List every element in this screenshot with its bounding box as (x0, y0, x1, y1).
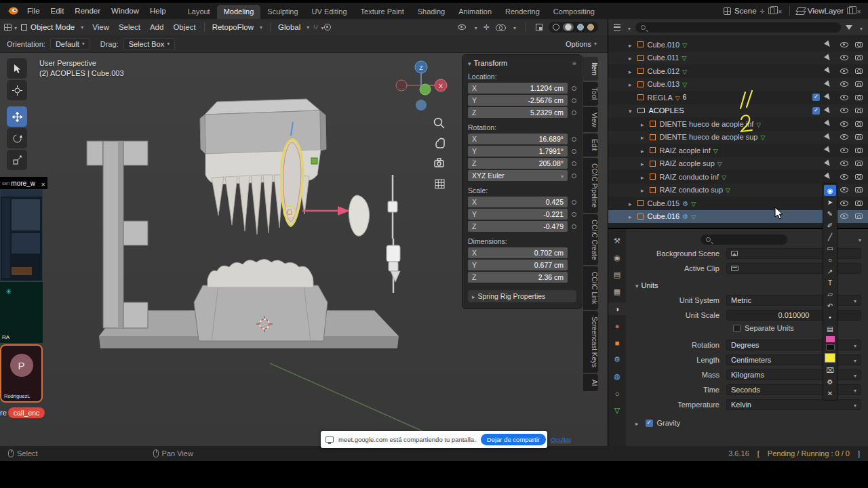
upper-jaw-cap[interactable] (200, 99, 326, 154)
viewlayer-properties-icon[interactable] (608, 285, 626, 298)
hide-viewport-icon[interactable] (840, 108, 848, 113)
animate-decorator-icon[interactable] (572, 174, 576, 178)
snap-caret-icon[interactable] (319, 23, 324, 31)
selectable-icon[interactable] (824, 94, 832, 102)
disable-render-icon[interactable] (855, 42, 863, 47)
close-icon[interactable]: ✕ (824, 388, 836, 399)
object-properties-icon[interactable] (608, 336, 626, 349)
loose-tooth-object[interactable] (349, 195, 369, 236)
hide-viewport-icon[interactable] (840, 187, 848, 192)
expand-icon[interactable] (629, 67, 635, 75)
pen-icon[interactable]: ✎ (824, 208, 836, 219)
expand-icon[interactable] (641, 146, 647, 155)
expand-icon[interactable] (641, 120, 647, 128)
tab-ccic-create[interactable]: CC/iC Create (583, 214, 598, 265)
expand-icon[interactable] (641, 133, 647, 141)
filter-caret-icon[interactable] (857, 21, 863, 33)
show-hide-icon[interactable] (458, 24, 466, 30)
selectable-icon[interactable] (824, 80, 832, 88)
retopoflow-menu[interactable]: RetopoFlow (208, 23, 267, 31)
call-status-pill[interactable]: re call_enc (0, 407, 45, 418)
disable-render-icon[interactable] (855, 174, 863, 180)
dimensions-y-field[interactable]: Y0.677 cm (468, 260, 568, 270)
clipboard-icon[interactable]: ▤ (824, 323, 836, 334)
animate-decorator-icon[interactable] (572, 224, 576, 229)
navigation-gizmo[interactable]: Z X (396, 61, 447, 110)
object-name[interactable]: RAIZ acople sup (660, 159, 715, 167)
outliner-row[interactable]: DIENTE hueco de acople sup (608, 131, 868, 144)
animate-decorator-icon[interactable] (572, 161, 576, 166)
select-box-tool[interactable] (7, 58, 27, 79)
implant-screw-upper[interactable] (388, 175, 397, 239)
tab-ccic-link[interactable]: CC/iC Link (583, 266, 598, 310)
pin-scene-icon[interactable] (760, 7, 766, 15)
gizmos-icon[interactable] (484, 23, 490, 32)
selectable-icon[interactable] (824, 173, 832, 181)
hide-viewport-icon[interactable] (840, 42, 848, 47)
menu-render[interactable]: Render (69, 7, 106, 15)
tab-sculpting[interactable]: Sculpting (260, 5, 304, 19)
scene-properties-icon[interactable] (608, 302, 626, 315)
hide-link[interactable]: Ocultar (551, 436, 572, 443)
expand-icon[interactable] (629, 41, 635, 49)
stop-sharing-button[interactable]: Dejar de compartir (481, 434, 546, 445)
hide-viewport-icon[interactable] (840, 161, 848, 166)
expand-icon[interactable] (629, 106, 635, 115)
line-icon[interactable]: ╱ (824, 231, 836, 242)
visibility-icon[interactable]: ◉ (824, 185, 836, 196)
settings-icon[interactable]: ⚙ (824, 376, 836, 387)
disable-render-icon[interactable] (855, 201, 863, 206)
scene-selector[interactable]: Scene (734, 7, 757, 15)
tab-rendering[interactable]: Rendering (498, 5, 547, 19)
disable-render-icon[interactable] (855, 108, 863, 113)
constraint-properties-icon[interactable] (608, 387, 626, 400)
cursor-icon[interactable]: ➤ (824, 197, 836, 207)
tab-compositing[interactable]: Compositing (547, 5, 601, 19)
participant-tile[interactable]: P RodriguezL (0, 344, 43, 403)
unit-system-dropdown[interactable]: Metric (726, 295, 861, 306)
tab-edit[interactable]: Edit (583, 134, 598, 156)
black-swatch[interactable] (826, 344, 835, 350)
xray-toggle-icon[interactable] (536, 24, 542, 30)
selectable-icon[interactable] (824, 146, 832, 155)
modifier-properties-icon[interactable] (608, 353, 626, 366)
expand-icon[interactable] (629, 80, 635, 88)
disable-render-icon[interactable] (855, 187, 863, 192)
rotation-y-field[interactable]: Y1.7991° (468, 146, 568, 157)
object-name[interactable]: DIENTE hueco de acople inf (660, 120, 754, 128)
selectable-icon[interactable] (824, 67, 832, 75)
expand-icon[interactable] (641, 186, 647, 194)
gizmo-plane-handle[interactable] (311, 158, 317, 164)
object-name[interactable]: Cube.013 (648, 80, 680, 88)
disable-render-icon[interactable] (855, 134, 863, 140)
outliner-row[interactable]: DIENTE hueco de acople inf (608, 117, 868, 131)
hide-viewport-icon[interactable] (840, 148, 848, 153)
ruler-object[interactable] (87, 141, 148, 328)
outliner-row[interactable]: RAIZ conducto inf (608, 170, 868, 184)
viewlayer-selector[interactable]: ViewLayer (808, 7, 844, 15)
background-scene-field[interactable] (726, 248, 861, 259)
new-viewlayer-icon[interactable] (847, 7, 853, 14)
eraser-icon[interactable]: ▱ (824, 289, 836, 300)
collection-name[interactable]: ACOPLES (649, 106, 684, 115)
menu-edit[interactable]: Edit (45, 7, 70, 15)
rotation-unit-dropdown[interactable]: Degrees (726, 340, 861, 350)
magenta-swatch[interactable] (826, 336, 835, 342)
hide-viewport-icon[interactable] (840, 68, 848, 74)
output-properties-icon[interactable] (608, 268, 626, 281)
camera-view-button[interactable] (435, 159, 443, 167)
rectangle-icon[interactable]: ▭ (824, 243, 836, 253)
hide-viewport-icon[interactable] (840, 95, 848, 100)
tab-texture-paint[interactable]: Texture Paint (354, 5, 411, 19)
wireframe-shading-icon[interactable] (553, 24, 559, 30)
outliner-row[interactable]: Cube.012 (608, 64, 868, 78)
shared-screen-thumbnail[interactable] (0, 189, 43, 281)
gravity-checkbox[interactable] (646, 420, 653, 427)
filter-icon[interactable] (846, 25, 852, 30)
animate-decorator-icon[interactable] (572, 149, 576, 154)
scale-y-field[interactable]: Y-0.221 (468, 209, 568, 220)
object-name[interactable]: RAIZ conducto inf (660, 173, 719, 181)
object-name[interactable]: DIENTE hueco de acople sup (660, 133, 758, 141)
menu-window[interactable]: Window (106, 7, 144, 15)
trash-icon[interactable]: ⌧ (824, 365, 836, 375)
